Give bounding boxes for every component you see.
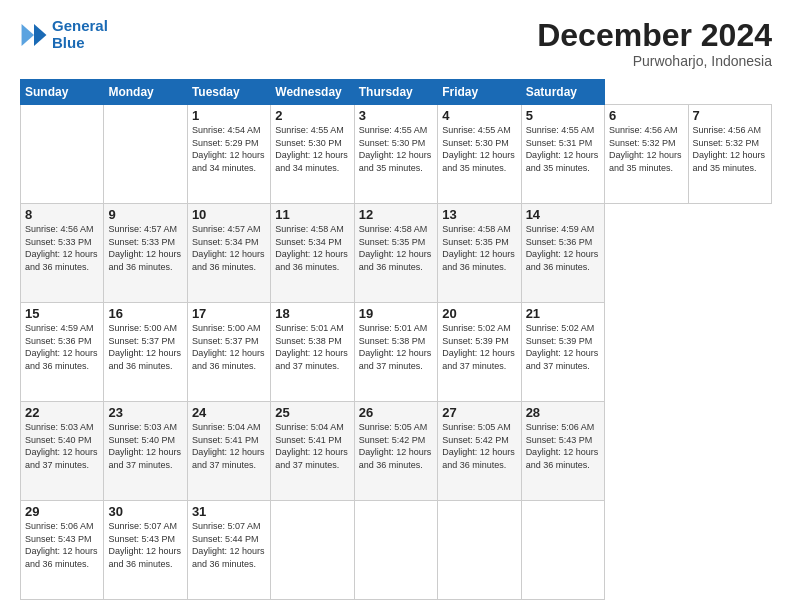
title-block: December 2024 Purwoharjo, Indonesia — [537, 18, 772, 69]
day-number: 19 — [359, 306, 433, 321]
calendar-week-3: 15Sunrise: 4:59 AMSunset: 5:36 PMDayligh… — [21, 303, 772, 402]
header: General Blue December 2024 Purwoharjo, I… — [20, 18, 772, 69]
day-number: 28 — [526, 405, 600, 420]
day-detail: Sunrise: 4:58 AMSunset: 5:35 PMDaylight:… — [359, 223, 433, 273]
calendar-cell: 26Sunrise: 5:05 AMSunset: 5:42 PMDayligh… — [354, 402, 437, 501]
day-number: 7 — [693, 108, 768, 123]
month-title: December 2024 — [537, 18, 772, 53]
calendar-week-5: 29Sunrise: 5:06 AMSunset: 5:43 PMDayligh… — [21, 501, 772, 600]
calendar-cell: 31Sunrise: 5:07 AMSunset: 5:44 PMDayligh… — [187, 501, 270, 600]
day-detail: Sunrise: 5:02 AMSunset: 5:39 PMDaylight:… — [526, 322, 600, 372]
calendar-cell: 17Sunrise: 5:00 AMSunset: 5:37 PMDayligh… — [187, 303, 270, 402]
day-number: 27 — [442, 405, 516, 420]
svg-marker-0 — [34, 24, 46, 46]
day-detail: Sunrise: 4:56 AMSunset: 5:32 PMDaylight:… — [609, 124, 683, 174]
day-number: 31 — [192, 504, 266, 519]
day-number: 23 — [108, 405, 182, 420]
calendar-header-tuesday: Tuesday — [187, 80, 270, 105]
page: General Blue December 2024 Purwoharjo, I… — [0, 0, 792, 612]
day-detail: Sunrise: 4:58 AMSunset: 5:35 PMDaylight:… — [442, 223, 516, 273]
day-number: 1 — [192, 108, 266, 123]
calendar-header-friday: Friday — [438, 80, 521, 105]
day-number: 2 — [275, 108, 349, 123]
day-number: 26 — [359, 405, 433, 420]
calendar-cell — [354, 501, 437, 600]
calendar-cell-3: 3Sunrise: 4:55 AMSunset: 5:30 PMDaylight… — [354, 105, 437, 204]
empty-cell — [104, 105, 187, 204]
day-detail: Sunrise: 4:57 AMSunset: 5:33 PMDaylight:… — [108, 223, 182, 273]
day-detail: Sunrise: 4:54 AMSunset: 5:29 PMDaylight:… — [192, 124, 266, 174]
calendar-cell: 10Sunrise: 4:57 AMSunset: 5:34 PMDayligh… — [187, 204, 270, 303]
calendar-cell: 23Sunrise: 5:03 AMSunset: 5:40 PMDayligh… — [104, 402, 187, 501]
day-detail: Sunrise: 5:06 AMSunset: 5:43 PMDaylight:… — [526, 421, 600, 471]
day-detail: Sunrise: 4:55 AMSunset: 5:31 PMDaylight:… — [526, 124, 600, 174]
day-number: 22 — [25, 405, 99, 420]
calendar-week-2: 8Sunrise: 4:56 AMSunset: 5:33 PMDaylight… — [21, 204, 772, 303]
calendar-cell-7: 7Sunrise: 4:56 AMSunset: 5:32 PMDaylight… — [688, 105, 772, 204]
day-detail: Sunrise: 5:03 AMSunset: 5:40 PMDaylight:… — [108, 421, 182, 471]
day-number: 24 — [192, 405, 266, 420]
calendar-cell: 21Sunrise: 5:02 AMSunset: 5:39 PMDayligh… — [521, 303, 604, 402]
location: Purwoharjo, Indonesia — [537, 53, 772, 69]
day-detail: Sunrise: 4:59 AMSunset: 5:36 PMDaylight:… — [526, 223, 600, 273]
day-number: 6 — [609, 108, 683, 123]
calendar-cell: 28Sunrise: 5:06 AMSunset: 5:43 PMDayligh… — [521, 402, 604, 501]
calendar-cell: 11Sunrise: 4:58 AMSunset: 5:34 PMDayligh… — [271, 204, 354, 303]
calendar-cell — [438, 501, 521, 600]
day-number: 30 — [108, 504, 182, 519]
day-number: 15 — [25, 306, 99, 321]
day-number: 10 — [192, 207, 266, 222]
day-detail: Sunrise: 5:00 AMSunset: 5:37 PMDaylight:… — [108, 322, 182, 372]
calendar-cell: 18Sunrise: 5:01 AMSunset: 5:38 PMDayligh… — [271, 303, 354, 402]
logo: General Blue — [20, 18, 108, 51]
day-number: 4 — [442, 108, 516, 123]
day-number: 11 — [275, 207, 349, 222]
day-detail: Sunrise: 5:07 AMSunset: 5:44 PMDaylight:… — [192, 520, 266, 570]
day-number: 12 — [359, 207, 433, 222]
day-detail: Sunrise: 5:05 AMSunset: 5:42 PMDaylight:… — [442, 421, 516, 471]
day-detail: Sunrise: 5:07 AMSunset: 5:43 PMDaylight:… — [108, 520, 182, 570]
day-detail: Sunrise: 5:03 AMSunset: 5:40 PMDaylight:… — [25, 421, 99, 471]
calendar-cell: 24Sunrise: 5:04 AMSunset: 5:41 PMDayligh… — [187, 402, 270, 501]
calendar-cell — [271, 501, 354, 600]
day-detail: Sunrise: 5:05 AMSunset: 5:42 PMDaylight:… — [359, 421, 433, 471]
day-number: 14 — [526, 207, 600, 222]
calendar-cell: 14Sunrise: 4:59 AMSunset: 5:36 PMDayligh… — [521, 204, 604, 303]
calendar-cell-5: 5Sunrise: 4:55 AMSunset: 5:31 PMDaylight… — [521, 105, 604, 204]
calendar-cell: 25Sunrise: 5:04 AMSunset: 5:41 PMDayligh… — [271, 402, 354, 501]
day-detail: Sunrise: 5:01 AMSunset: 5:38 PMDaylight:… — [359, 322, 433, 372]
day-number: 9 — [108, 207, 182, 222]
calendar-cell: 16Sunrise: 5:00 AMSunset: 5:37 PMDayligh… — [104, 303, 187, 402]
calendar-cell-2: 2Sunrise: 4:55 AMSunset: 5:30 PMDaylight… — [271, 105, 354, 204]
calendar-table: SundayMondayTuesdayWednesdayThursdayFrid… — [20, 79, 772, 600]
logo-icon — [20, 21, 48, 49]
day-detail: Sunrise: 4:56 AMSunset: 5:32 PMDaylight:… — [693, 124, 768, 174]
empty-cell — [21, 105, 104, 204]
day-detail: Sunrise: 4:55 AMSunset: 5:30 PMDaylight:… — [359, 124, 433, 174]
day-number: 25 — [275, 405, 349, 420]
calendar-cell-1: 1Sunrise: 4:54 AMSunset: 5:29 PMDaylight… — [187, 105, 270, 204]
calendar-cell: 9Sunrise: 4:57 AMSunset: 5:33 PMDaylight… — [104, 204, 187, 303]
calendar-header-row: SundayMondayTuesdayWednesdayThursdayFrid… — [21, 80, 772, 105]
calendar-cell: 19Sunrise: 5:01 AMSunset: 5:38 PMDayligh… — [354, 303, 437, 402]
calendar-cell: 29Sunrise: 5:06 AMSunset: 5:43 PMDayligh… — [21, 501, 104, 600]
calendar-header-wednesday: Wednesday — [271, 80, 354, 105]
calendar-cell: 27Sunrise: 5:05 AMSunset: 5:42 PMDayligh… — [438, 402, 521, 501]
day-number: 17 — [192, 306, 266, 321]
logo-text: General Blue — [52, 18, 108, 51]
day-number: 16 — [108, 306, 182, 321]
day-number: 21 — [526, 306, 600, 321]
day-detail: Sunrise: 5:04 AMSunset: 5:41 PMDaylight:… — [275, 421, 349, 471]
calendar-cell: 30Sunrise: 5:07 AMSunset: 5:43 PMDayligh… — [104, 501, 187, 600]
day-detail: Sunrise: 4:59 AMSunset: 5:36 PMDaylight:… — [25, 322, 99, 372]
calendar-cell-6: 6Sunrise: 4:56 AMSunset: 5:32 PMDaylight… — [605, 105, 688, 204]
day-number: 3 — [359, 108, 433, 123]
calendar-cell: 8Sunrise: 4:56 AMSunset: 5:33 PMDaylight… — [21, 204, 104, 303]
calendar-header-thursday: Thursday — [354, 80, 437, 105]
day-detail: Sunrise: 4:58 AMSunset: 5:34 PMDaylight:… — [275, 223, 349, 273]
day-detail: Sunrise: 5:01 AMSunset: 5:38 PMDaylight:… — [275, 322, 349, 372]
logo-line2: Blue — [52, 35, 108, 52]
calendar-cell: 13Sunrise: 4:58 AMSunset: 5:35 PMDayligh… — [438, 204, 521, 303]
day-detail: Sunrise: 4:56 AMSunset: 5:33 PMDaylight:… — [25, 223, 99, 273]
calendar-header-saturday: Saturday — [521, 80, 604, 105]
